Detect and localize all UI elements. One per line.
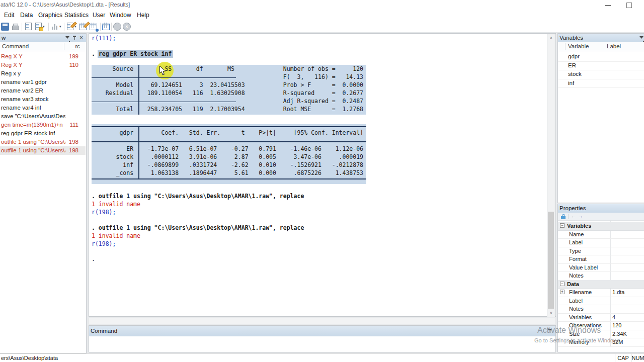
review-row[interactable]: Reg X Y110 [0,61,86,69]
properties-panel: Properties ← → − Variables Name Label Ty… [557,204,644,352]
table-rule [92,102,236,103]
property-row[interactable]: Memory32M [558,338,644,347]
property-row[interactable]: + Filename1.dta [558,288,644,297]
forward-arrow-icon[interactable]: → [578,213,583,219]
lock-icon[interactable] [561,214,566,219]
property-row[interactable]: Label [558,238,644,247]
property-row[interactable]: Label [558,297,644,306]
data-editor-icon[interactable] [79,23,87,31]
prompt: . [92,50,95,57]
graph-dropdown-icon[interactable]: ▾ [59,25,61,29]
variable-row[interactable]: ER [558,61,644,71]
variable-row[interactable]: inf [558,79,644,88]
variable-row[interactable]: stock [558,70,644,79]
scroll-up-icon[interactable]: ∧ [547,34,555,42]
property-row[interactable]: Format [558,255,644,264]
command-input[interactable] [89,336,555,352]
properties-section-variables[interactable]: − Variables [558,222,644,231]
menu-graphics[interactable]: Graphics [38,12,62,19]
maximize-button[interactable] [619,0,639,10]
results-vertical-scrollbar[interactable]: ∧ ∨ [547,34,555,317]
table-rule [92,141,366,142]
results-horizontal-scrollbar[interactable] [89,318,556,324]
clear-more-condition-icon[interactable] [113,23,121,31]
back-arrow-icon[interactable]: ← [571,213,576,219]
anova-line: Residual 189.110054 116 1.63025908 R-squ… [92,89,363,97]
table-divider [138,126,139,178]
property-row[interactable]: Observations120 [558,321,644,330]
review-row[interactable]: rename var1 gdpr [0,78,86,86]
review-row[interactable]: rename var4 inf [0,104,86,112]
coef-line: stock .0000112 3.91e-06 2.87 0.005 3.47e… [92,153,363,160]
menu-help[interactable]: Help [137,12,149,19]
menu-statistics[interactable]: Statistics [64,12,89,19]
table-rule [92,178,366,179]
graph-icon[interactable] [51,23,59,31]
command-echo-line: . outfile 1 using "C:\Users\Asus\Desktop… [92,193,304,200]
scrollbar-thumb[interactable] [548,212,554,309]
property-row[interactable]: Notes [558,305,644,314]
variables-manager-icon[interactable] [102,23,110,31]
command-window: Command [89,325,556,352]
review-row-selected[interactable]: outfile 1 using "C:\Users\A...198 [0,146,86,155]
log-icon[interactable] [24,23,32,31]
review-row[interactable]: gen time=m(1390m1)+n111 [0,121,86,129]
results-panel: r(111); .reg gdpr ER stock inf Source SS… [89,33,556,317]
expand-icon[interactable]: + [560,290,565,294]
column-header-variable[interactable]: Variable [568,43,589,49]
variable-row[interactable]: gdpr [558,52,644,62]
review-row[interactable]: Reg x y [0,69,86,78]
viewer-icon[interactable] [34,23,42,31]
property-row[interactable]: Value Label [558,263,644,273]
close-icon[interactable]: × [79,35,83,40]
variables-panel-header: Variables [558,34,644,42]
review-column-headers: Command _rc [0,42,86,51]
pin-icon[interactable] [72,35,77,40]
column-header-rc[interactable]: _rc [72,43,80,49]
review-row[interactable]: Reg X Y199 [0,52,86,61]
menu-edit[interactable]: Edit [4,12,15,19]
properties-toolbar: ← → [558,213,644,221]
status-bar: ers\Asus\Desktop\stata CAP NUM [0,353,644,362]
property-row[interactable]: Notes [558,272,644,281]
break-icon[interactable]: × [123,23,131,31]
pin-icon[interactable] [547,328,552,333]
review-row[interactable]: rename var2 ER [0,86,86,95]
properties-panel-header: Properties [558,204,644,213]
filter-icon[interactable] [65,36,69,39]
viewer-dropdown-icon[interactable]: ▾ [43,25,45,29]
property-row[interactable]: Name [558,230,644,239]
data-browser-icon[interactable] [90,23,98,31]
anova-line: Total 258.234705 119 2.17003954 Root MSE… [92,106,363,113]
review-row[interactable]: save "C:\Users\Asus\Deskt... [0,112,86,121]
print-icon[interactable] [11,23,19,31]
review-panel-header: w × [0,34,86,42]
caps-lock-indicator: CAP [615,354,631,362]
command-echo-line: .reg gdpr ER stock inf [92,50,173,57]
do-file-editor-dropdown-icon[interactable]: ▾ [74,25,76,29]
collapse-icon[interactable]: − [560,282,565,286]
filter-icon[interactable] [639,36,643,39]
properties-section-data[interactable]: − Data [558,280,644,289]
scroll-down-icon[interactable]: ∨ [547,309,555,317]
review-row[interactable]: outfile 1 using "C:\Users\A...198 [0,138,86,146]
collapse-icon[interactable]: − [560,223,565,228]
property-row[interactable]: Type [558,247,644,256]
minimize-button[interactable] [598,0,618,10]
variables-column-headers: Variable Label [558,42,644,51]
table-divider [138,65,139,115]
properties-panel-title: Properties [559,205,586,211]
save-icon[interactable] [1,23,9,31]
do-file-editor-icon[interactable] [66,23,74,31]
menu-bar: Edit Data Graphics Statistics User Windo… [0,10,644,21]
table-rule [92,126,366,127]
menu-data[interactable]: Data [20,12,33,19]
menu-window[interactable]: Window [110,12,131,19]
menu-user[interactable]: User [93,12,105,19]
review-row[interactable]: rename var3 stock [0,95,86,104]
review-row[interactable]: reg gdpr ER stock inf [0,129,86,138]
property-row[interactable]: Variables4 [558,313,644,322]
column-header-command[interactable]: Command [2,43,29,49]
property-row[interactable]: Size2.34K [558,330,644,339]
column-header-label[interactable]: Label [607,43,621,49]
